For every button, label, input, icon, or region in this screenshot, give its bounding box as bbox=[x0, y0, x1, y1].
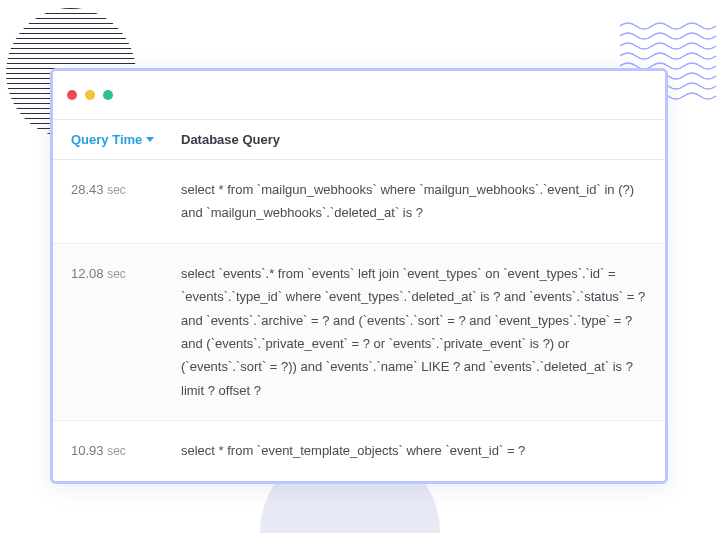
query-time-value: 10.93 bbox=[71, 443, 104, 458]
window-titlebar bbox=[53, 71, 665, 119]
table-row[interactable]: 28.43 secselect * from `mailgun_webhooks… bbox=[53, 160, 665, 244]
query-time-unit: sec bbox=[107, 183, 126, 197]
table-row[interactable]: 12.08 secselect `events`.* from `events`… bbox=[53, 244, 665, 421]
column-header-database-query[interactable]: Database Query bbox=[181, 132, 647, 147]
window-maximize-icon[interactable] bbox=[103, 90, 113, 100]
query-time-unit: sec bbox=[107, 444, 126, 458]
query-time-value: 28.43 bbox=[71, 182, 104, 197]
table-row[interactable]: 10.93 secselect * from `event_template_o… bbox=[53, 421, 665, 481]
query-text-cell: select * from `event_template_objects` w… bbox=[181, 439, 647, 463]
query-time-unit: sec bbox=[107, 267, 126, 281]
sort-desc-icon bbox=[146, 137, 154, 142]
column-header-query-time-label: Query Time bbox=[71, 132, 142, 147]
query-time-cell: 28.43 sec bbox=[71, 178, 181, 225]
query-window: Query Time Database Query 28.43 secselec… bbox=[50, 68, 668, 484]
query-text-cell: select * from `mailgun_webhooks` where `… bbox=[181, 178, 647, 225]
query-time-cell: 12.08 sec bbox=[71, 262, 181, 402]
window-minimize-icon[interactable] bbox=[85, 90, 95, 100]
column-header-database-query-label: Database Query bbox=[181, 132, 280, 147]
query-text-cell: select `events`.* from `events` left joi… bbox=[181, 262, 647, 402]
query-time-cell: 10.93 sec bbox=[71, 439, 181, 463]
query-time-value: 12.08 bbox=[71, 266, 104, 281]
window-close-icon[interactable] bbox=[67, 90, 77, 100]
table-header: Query Time Database Query bbox=[53, 119, 665, 160]
table-body: 28.43 secselect * from `mailgun_webhooks… bbox=[53, 160, 665, 481]
column-header-query-time[interactable]: Query Time bbox=[71, 132, 181, 147]
